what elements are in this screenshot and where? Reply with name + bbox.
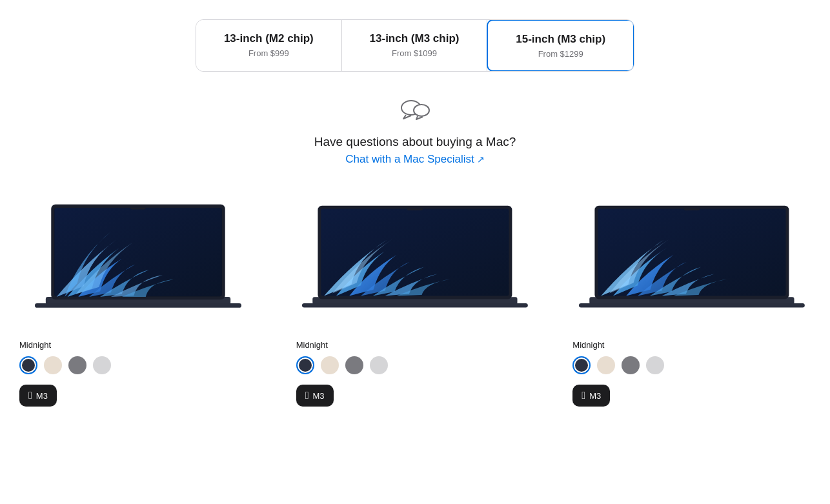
product-card-1: Midnight  M3 [0, 185, 277, 407]
product-3-chip-badge:  M3 [572, 385, 610, 407]
product-1-color-label: Midnight [13, 340, 51, 350]
product-card-3: Midnight  M3 [553, 185, 830, 407]
svg-rect-14 [579, 303, 805, 307]
product-3-swatches [566, 356, 664, 374]
product-3-chip-label: M3 [589, 391, 601, 401]
svg-rect-9 [302, 303, 528, 307]
swatch-starlight-3[interactable] [597, 356, 615, 374]
product-1-swatches [13, 356, 111, 374]
apple-logo-icon-2:  [305, 390, 309, 401]
swatch-midnight-2[interactable] [296, 356, 314, 374]
chat-bubbles-icon [0, 97, 830, 128]
product-1-chip-badge:  M3 [19, 385, 57, 407]
swatch-silver-2[interactable] [370, 356, 388, 374]
tab-15-m3[interactable]: 15-inch (M3 chip) From $1299 [487, 19, 634, 72]
tab-13-m3[interactable]: 13-inch (M3 chip) From $1099 [342, 20, 488, 71]
svg-rect-3 [35, 303, 241, 308]
tab-13-m2[interactable]: 13-inch (M2 chip) From $999 [196, 20, 342, 71]
laptop-image-1 [13, 185, 264, 327]
product-2-color-label: Midnight [290, 340, 328, 350]
apple-logo-icon-3:  [582, 390, 585, 401]
tab-13-m2-title: 13-inch (M2 chip) [209, 32, 329, 46]
laptop-image-2 [290, 185, 541, 327]
swatch-space-gray-3[interactable] [622, 356, 640, 374]
swatch-starlight-2[interactable] [321, 356, 339, 374]
product-3-color-label: Midnight [566, 340, 604, 350]
product-2-chip-label: M3 [313, 391, 325, 401]
tab-15-m3-price: From $1299 [501, 49, 620, 59]
chat-link-text: Chat with a Mac Specialist [345, 153, 474, 166]
tab-13-m2-price: From $999 [209, 48, 329, 58]
chat-specialist-link[interactable]: Chat with a Mac Specialist ↗ [345, 153, 484, 166]
tab-13-m3-price: From $1099 [355, 48, 474, 58]
laptop-image-3 [566, 185, 817, 327]
chat-link-arrow-icon: ↗ [477, 154, 485, 165]
tab-selector: 13-inch (M2 chip) From $999 13-inch (M3 … [196, 19, 634, 72]
product-2-chip-badge:  M3 [296, 385, 334, 407]
svg-rect-17 [683, 207, 699, 210]
swatch-silver-1[interactable] [93, 356, 111, 374]
product-1-chip-label: M3 [36, 391, 48, 401]
swatch-space-gray-1[interactable] [68, 356, 86, 374]
swatch-midnight-3[interactable] [572, 356, 591, 374]
svg-rect-12 [407, 207, 423, 210]
svg-point-1 [414, 105, 429, 116]
tab-15-m3-title: 15-inch (M3 chip) [501, 32, 620, 46]
chat-section: Have questions about buying a Mac? Chat … [0, 97, 830, 166]
products-row: Midnight  M3 [0, 185, 830, 407]
swatch-silver-3[interactable] [646, 356, 664, 374]
swatch-starlight-1[interactable] [44, 356, 62, 374]
chat-question-text: Have questions about buying a Mac? [0, 135, 830, 149]
tab-13-m3-title: 13-inch (M3 chip) [355, 32, 474, 46]
swatch-space-gray-2[interactable] [345, 356, 363, 374]
svg-rect-7 [131, 207, 147, 209]
apple-logo-icon-1:  [28, 390, 32, 401]
product-card-2: Midnight  M3 [277, 185, 554, 407]
swatch-midnight-1[interactable] [19, 356, 37, 374]
product-2-swatches [290, 356, 388, 374]
